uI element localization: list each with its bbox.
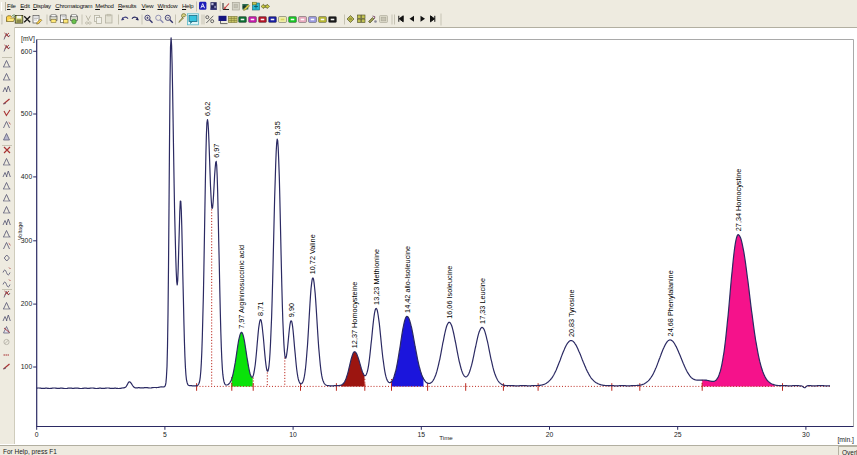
svg-text:10: 10 — [289, 431, 297, 438]
svg-text:[mV]: [mV] — [21, 35, 35, 43]
svg-text:600: 600 — [21, 48, 33, 55]
svg-text:9,35: 9,35 — [273, 121, 282, 135]
svg-text:200: 200 — [21, 300, 33, 307]
svg-text:Time: Time — [439, 434, 453, 441]
svg-text:12,37 Homocysteine: 12,37 Homocysteine — [350, 282, 359, 349]
svg-text:15: 15 — [418, 431, 426, 438]
svg-text:100: 100 — [21, 363, 33, 370]
svg-text:400: 400 — [21, 173, 33, 180]
svg-text:8,71: 8,71 — [256, 302, 265, 316]
svg-text:5: 5 — [163, 431, 167, 438]
svg-text:Voltage: Voltage — [17, 222, 23, 240]
svg-text:20: 20 — [546, 431, 554, 438]
svg-text:30: 30 — [802, 431, 810, 438]
svg-text:25: 25 — [674, 431, 682, 438]
svg-text:20,83 Tyrosine: 20,83 Tyrosine — [567, 289, 576, 337]
svg-text:14,42 allo-Isoleucine: 14,42 allo-Isoleucine — [403, 246, 412, 313]
svg-text:10,72 Valine: 10,72 Valine — [308, 234, 317, 274]
svg-text:17,33 Leucine: 17,33 Leucine — [478, 278, 487, 324]
svg-text:6,97: 6,97 — [212, 144, 221, 158]
svg-text:24,68 Phenylalanine: 24,68 Phenylalanine — [666, 270, 675, 336]
svg-text:7,97 Argininosuccinic acid: 7,97 Argininosuccinic acid — [237, 245, 246, 329]
svg-text:9,90: 9,90 — [287, 303, 296, 317]
svg-text:27,34 Homocystine: 27,34 Homocystine — [734, 169, 743, 231]
svg-text:6,62: 6,62 — [203, 102, 212, 116]
svg-text:16,06 Isoleucine: 16,06 Isoleucine — [445, 266, 454, 319]
svg-text:0: 0 — [35, 431, 39, 438]
svg-text:[min.]: [min.] — [837, 436, 854, 444]
svg-text:13,23 Methionine: 13,23 Methionine — [372, 249, 381, 305]
svg-text:500: 500 — [21, 110, 33, 117]
